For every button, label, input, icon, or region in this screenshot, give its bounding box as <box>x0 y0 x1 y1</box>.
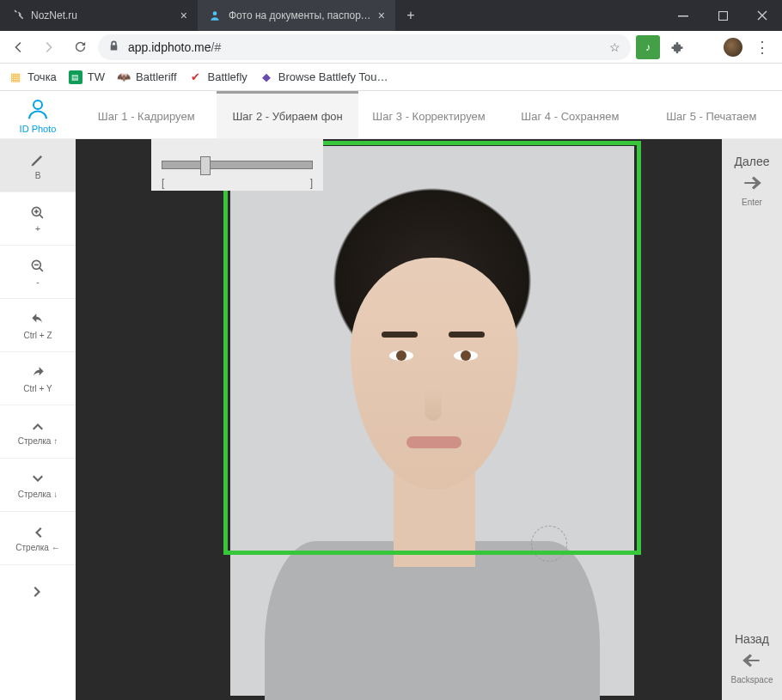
id-photo-icon <box>25 96 51 122</box>
svg-rect-1 <box>678 15 688 17</box>
app-logo-label: ID Photo <box>20 124 57 134</box>
chevron-right-icon <box>30 584 46 600</box>
bookmark-item[interactable]: 🦇Battleriff <box>117 70 176 84</box>
forward-button[interactable] <box>36 34 62 60</box>
window-controls <box>663 0 782 31</box>
undo-icon <box>29 311 46 328</box>
arrow-left-icon <box>741 649 763 672</box>
close-icon[interactable]: × <box>180 9 187 22</box>
extensions-icon[interactable] <box>665 35 689 59</box>
url-text: app.idphoto.me/# <box>128 40 221 54</box>
close-window-button[interactable] <box>742 0 782 31</box>
app-logo[interactable]: ID Photo <box>0 91 76 138</box>
bookmark-star-icon[interactable]: ☆ <box>609 40 620 54</box>
step-bar: ID Photo Шаг 1 - Кадрируем Шаг 2 - Убира… <box>0 91 782 139</box>
new-tab-button[interactable]: + <box>395 0 426 31</box>
svg-point-0 <box>213 11 217 15</box>
redo-icon <box>29 364 46 381</box>
leaf-icon: ✔ <box>189 70 203 84</box>
svg-rect-2 <box>718 11 727 20</box>
slider-thumb[interactable] <box>200 156 211 175</box>
svg-point-3 <box>34 100 42 109</box>
tool-zoom-in[interactable]: + <box>0 192 76 246</box>
step-5[interactable]: Шаг 5 - Печатаем <box>641 91 782 138</box>
tab-title: Фото на документы, паспорта, … <box>229 9 371 21</box>
slider-max-label: ] <box>310 177 313 189</box>
back-button[interactable] <box>5 34 31 60</box>
chevron-left-icon <box>30 525 46 540</box>
zoom-out-icon <box>29 258 46 275</box>
sheets-icon: ▤ <box>69 70 82 84</box>
browser-menu-button[interactable]: ⋮ <box>748 38 777 57</box>
brush-cursor <box>531 526 567 562</box>
tool-arrow-left[interactable]: Стрелка ← <box>0 512 76 565</box>
pencil-icon <box>29 151 46 168</box>
chevron-up-icon <box>30 418 46 434</box>
folder-icon: ▦ <box>9 70 22 84</box>
cube-icon: ◆ <box>260 70 273 84</box>
photo[interactable] <box>230 146 634 696</box>
next-button[interactable]: Далее Enter <box>734 155 769 207</box>
canvas[interactable]: [ ] <box>76 139 722 700</box>
bookmark-item[interactable]: ▤TW <box>69 70 105 84</box>
bat-icon: 🦇 <box>117 70 131 84</box>
brush-size-slider[interactable]: [ ] <box>151 139 323 191</box>
bookmarks-bar: ▦Точка ▤TW 🦇Battleriff ✔Battlefly ◆Brows… <box>0 64 782 91</box>
bookmark-item[interactable]: ▦Точка <box>9 70 57 84</box>
tool-sidebar: B + - Ctrl + Z Ctrl + Y Стрелка ↑ <box>0 139 76 700</box>
profile-avatar[interactable] <box>724 38 742 57</box>
lock-icon <box>108 40 119 54</box>
bookmark-item[interactable]: ✔Battlefly <box>189 70 247 84</box>
tool-arrow-up[interactable]: Стрелка ↑ <box>0 405 76 459</box>
minimize-button[interactable] <box>663 0 703 31</box>
titlebar: NozNet.ru × Фото на документы, паспорта,… <box>0 0 782 31</box>
browser-toolbar: app.idphoto.me/# ☆ ♪ ⋮ <box>0 31 782 64</box>
tool-arrow-down[interactable]: Стрелка ↓ <box>0 459 76 512</box>
tool-brush[interactable]: B <box>0 139 76 192</box>
tool-zoom-out[interactable]: - <box>0 246 76 299</box>
right-bar: Далее Enter Назад Backspace <box>722 139 782 700</box>
zoom-in-icon <box>29 204 46 222</box>
tool-redo[interactable]: Ctrl + Y <box>0 352 76 405</box>
chevron-down-icon <box>30 472 46 487</box>
app: ID Photo Шаг 1 - Кадрируем Шаг 2 - Убира… <box>0 91 782 700</box>
wrench-icon <box>10 9 24 22</box>
tool-arrow-right[interactable] <box>0 565 76 618</box>
slider-min-label: [ <box>162 177 164 189</box>
reload-button[interactable] <box>67 34 93 60</box>
extension-square-icon[interactable] <box>694 35 718 59</box>
person-icon <box>208 9 222 22</box>
bookmark-item[interactable]: ◆Browse Battlefy Tou… <box>260 70 388 84</box>
back-button-app[interactable]: Назад Backspace <box>731 632 773 685</box>
tool-undo[interactable]: Ctrl + Z <box>0 299 76 352</box>
workarea: B + - Ctrl + Z Ctrl + Y Стрелка ↑ <box>0 139 782 700</box>
arrow-right-icon <box>741 172 763 194</box>
extension-green[interactable]: ♪ <box>636 35 660 59</box>
url-bar[interactable]: app.idphoto.me/# ☆ <box>98 34 631 60</box>
slider-track[interactable] <box>162 161 313 169</box>
browser-tab-1[interactable]: Фото на документы, паспорта, … × <box>198 0 395 31</box>
tab-title: NozNet.ru <box>31 9 174 21</box>
browser-tab-0[interactable]: NozNet.ru × <box>0 0 198 31</box>
maximize-button[interactable] <box>703 0 742 31</box>
step-2[interactable]: Шаг 2 - Убираем фон <box>217 91 357 138</box>
step-1[interactable]: Шаг 1 - Кадрируем <box>76 91 217 138</box>
step-4[interactable]: Шаг 4 - Сохраняем <box>499 91 640 138</box>
step-3[interactable]: Шаг 3 - Корректируем <box>358 91 499 138</box>
close-icon[interactable]: × <box>378 9 385 22</box>
